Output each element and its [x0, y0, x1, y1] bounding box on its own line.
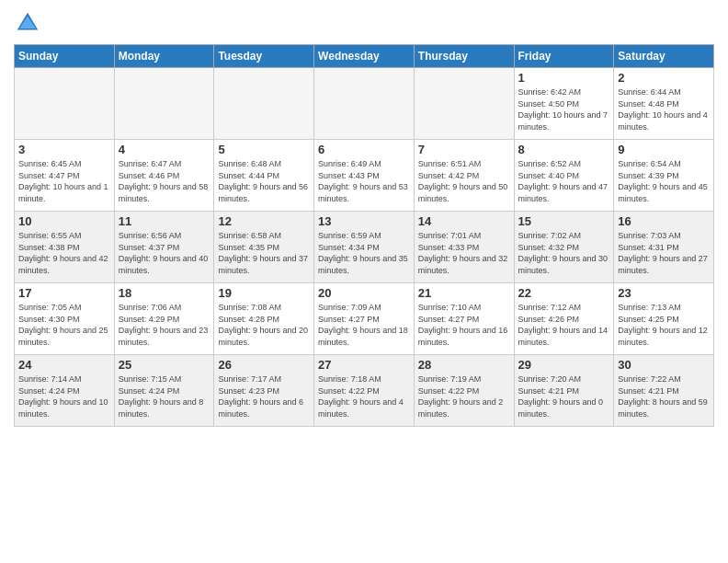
col-header-thursday: Thursday: [414, 45, 514, 68]
day-number: 10: [18, 214, 110, 228]
calendar-cell: 26Sunrise: 7:17 AM Sunset: 4:23 PM Dayli…: [214, 355, 314, 427]
day-info: Sunrise: 6:45 AM Sunset: 4:47 PM Dayligh…: [18, 158, 110, 204]
day-info: Sunrise: 6:48 AM Sunset: 4:44 PM Dayligh…: [218, 158, 310, 204]
day-number: 2: [618, 71, 710, 85]
day-info: Sunrise: 6:56 AM Sunset: 4:37 PM Dayligh…: [119, 230, 210, 276]
calendar-cell: 21Sunrise: 7:10 AM Sunset: 4:27 PM Dayli…: [414, 283, 514, 355]
calendar-cell: 16Sunrise: 7:03 AM Sunset: 4:31 PM Dayli…: [614, 212, 714, 283]
day-info: Sunrise: 7:10 AM Sunset: 4:27 PM Dayligh…: [418, 302, 510, 348]
day-number: 4: [119, 143, 210, 156]
logo-icon: [14, 9, 41, 37]
day-number: 17: [18, 286, 110, 300]
calendar-cell: 22Sunrise: 7:12 AM Sunset: 4:26 PM Dayli…: [514, 283, 614, 355]
day-number: 9: [618, 143, 710, 156]
col-header-monday: Monday: [114, 45, 214, 68]
day-number: 13: [318, 214, 410, 228]
day-number: 28: [418, 358, 510, 372]
day-number: 29: [518, 358, 610, 372]
calendar-cell: 23Sunrise: 7:13 AM Sunset: 4:25 PM Dayli…: [614, 283, 714, 355]
logo: [14, 9, 45, 37]
col-header-tuesday: Tuesday: [214, 45, 314, 68]
day-info: Sunrise: 7:17 AM Sunset: 4:23 PM Dayligh…: [218, 373, 310, 419]
header: [14, 9, 714, 37]
day-info: Sunrise: 7:06 AM Sunset: 4:29 PM Dayligh…: [119, 302, 210, 348]
calendar-cell: 27Sunrise: 7:18 AM Sunset: 4:22 PM Dayli…: [314, 355, 415, 427]
calendar-cell: 4Sunrise: 6:47 AM Sunset: 4:46 PM Daylig…: [114, 140, 214, 212]
day-number: 22: [518, 286, 610, 300]
day-info: Sunrise: 7:14 AM Sunset: 4:24 PM Dayligh…: [18, 373, 110, 419]
calendar-cell: 15Sunrise: 7:02 AM Sunset: 4:32 PM Dayli…: [514, 212, 614, 283]
calendar-cell: [15, 68, 115, 140]
calendar-cell: 11Sunrise: 6:56 AM Sunset: 4:37 PM Dayli…: [114, 212, 214, 283]
day-info: Sunrise: 7:20 AM Sunset: 4:21 PM Dayligh…: [518, 373, 610, 419]
day-number: 18: [119, 286, 210, 300]
week-row-1: 3Sunrise: 6:45 AM Sunset: 4:47 PM Daylig…: [15, 140, 714, 212]
calendar-cell: 20Sunrise: 7:09 AM Sunset: 4:27 PM Dayli…: [314, 283, 415, 355]
calendar-cell: 8Sunrise: 6:52 AM Sunset: 4:40 PM Daylig…: [514, 140, 614, 212]
calendar-cell: 13Sunrise: 6:59 AM Sunset: 4:34 PM Dayli…: [314, 212, 415, 283]
day-number: 24: [18, 358, 110, 372]
day-info: Sunrise: 7:03 AM Sunset: 4:31 PM Dayligh…: [618, 230, 710, 276]
calendar-cell: 18Sunrise: 7:06 AM Sunset: 4:29 PM Dayli…: [114, 283, 214, 355]
day-number: 3: [18, 143, 110, 156]
day-info: Sunrise: 6:47 AM Sunset: 4:46 PM Dayligh…: [119, 158, 210, 204]
calendar-cell: [214, 68, 314, 140]
day-info: Sunrise: 7:18 AM Sunset: 4:22 PM Dayligh…: [318, 373, 410, 419]
day-number: 12: [218, 214, 310, 228]
day-info: Sunrise: 6:52 AM Sunset: 4:40 PM Dayligh…: [518, 158, 610, 204]
day-info: Sunrise: 7:12 AM Sunset: 4:26 PM Dayligh…: [518, 302, 610, 348]
calendar-cell: 3Sunrise: 6:45 AM Sunset: 4:47 PM Daylig…: [15, 140, 115, 212]
calendar-cell: [314, 68, 415, 140]
day-number: 20: [318, 286, 410, 300]
calendar-cell: 19Sunrise: 7:08 AM Sunset: 4:28 PM Dayli…: [214, 283, 314, 355]
day-info: Sunrise: 7:15 AM Sunset: 4:24 PM Dayligh…: [119, 373, 210, 419]
col-header-saturday: Saturday: [614, 45, 714, 68]
calendar-cell: 24Sunrise: 7:14 AM Sunset: 4:24 PM Dayli…: [15, 355, 115, 427]
calendar-cell: 12Sunrise: 6:58 AM Sunset: 4:35 PM Dayli…: [214, 212, 314, 283]
day-info: Sunrise: 6:42 AM Sunset: 4:50 PM Dayligh…: [518, 86, 610, 132]
day-number: 8: [518, 143, 610, 156]
calendar-cell: 14Sunrise: 7:01 AM Sunset: 4:33 PM Dayli…: [414, 212, 514, 283]
day-info: Sunrise: 7:22 AM Sunset: 4:21 PM Dayligh…: [618, 373, 710, 419]
day-number: 5: [218, 143, 310, 156]
calendar-cell: 2Sunrise: 6:44 AM Sunset: 4:48 PM Daylig…: [614, 68, 714, 140]
day-number: 26: [218, 358, 310, 372]
day-number: 27: [318, 358, 410, 372]
calendar-cell: 29Sunrise: 7:20 AM Sunset: 4:21 PM Dayli…: [514, 355, 614, 427]
day-number: 14: [418, 214, 510, 228]
calendar-cell: 25Sunrise: 7:15 AM Sunset: 4:24 PM Dayli…: [114, 355, 214, 427]
day-number: 21: [418, 286, 510, 300]
header-row: SundayMondayTuesdayWednesdayThursdayFrid…: [15, 45, 714, 68]
calendar-cell: 30Sunrise: 7:22 AM Sunset: 4:21 PM Dayli…: [614, 355, 714, 427]
day-info: Sunrise: 6:51 AM Sunset: 4:42 PM Dayligh…: [418, 158, 510, 204]
calendar-cell: 10Sunrise: 6:55 AM Sunset: 4:38 PM Dayli…: [15, 212, 115, 283]
day-info: Sunrise: 7:05 AM Sunset: 4:30 PM Dayligh…: [18, 302, 110, 348]
day-number: 11: [119, 214, 210, 228]
week-row-4: 24Sunrise: 7:14 AM Sunset: 4:24 PM Dayli…: [15, 355, 714, 427]
calendar-cell: [414, 68, 514, 140]
day-number: 6: [318, 143, 410, 156]
page-container: SundayMondayTuesdayWednesdayThursdayFrid…: [0, 0, 728, 436]
week-row-0: 1Sunrise: 6:42 AM Sunset: 4:50 PM Daylig…: [15, 68, 714, 140]
col-header-sunday: Sunday: [15, 45, 115, 68]
day-number: 19: [218, 286, 310, 300]
calendar-cell: 9Sunrise: 6:54 AM Sunset: 4:39 PM Daylig…: [614, 140, 714, 212]
day-info: Sunrise: 6:54 AM Sunset: 4:39 PM Dayligh…: [618, 158, 710, 204]
day-number: 7: [418, 143, 510, 156]
calendar-cell: 17Sunrise: 7:05 AM Sunset: 4:30 PM Dayli…: [15, 283, 115, 355]
day-number: 30: [618, 358, 710, 372]
day-number: 25: [119, 358, 210, 372]
day-info: Sunrise: 7:02 AM Sunset: 4:32 PM Dayligh…: [518, 230, 610, 276]
calendar-cell: 28Sunrise: 7:19 AM Sunset: 4:22 PM Dayli…: [414, 355, 514, 427]
calendar-cell: 1Sunrise: 6:42 AM Sunset: 4:50 PM Daylig…: [514, 68, 614, 140]
week-row-3: 17Sunrise: 7:05 AM Sunset: 4:30 PM Dayli…: [15, 283, 714, 355]
day-info: Sunrise: 7:08 AM Sunset: 4:28 PM Dayligh…: [218, 302, 310, 348]
calendar-table: SundayMondayTuesdayWednesdayThursdayFrid…: [14, 44, 714, 427]
day-info: Sunrise: 6:55 AM Sunset: 4:38 PM Dayligh…: [18, 230, 110, 276]
col-header-wednesday: Wednesday: [314, 45, 415, 68]
day-number: 23: [618, 286, 710, 300]
day-info: Sunrise: 7:13 AM Sunset: 4:25 PM Dayligh…: [618, 302, 710, 348]
day-number: 1: [518, 71, 610, 85]
calendar-cell: 5Sunrise: 6:48 AM Sunset: 4:44 PM Daylig…: [214, 140, 314, 212]
day-info: Sunrise: 7:01 AM Sunset: 4:33 PM Dayligh…: [418, 230, 510, 276]
